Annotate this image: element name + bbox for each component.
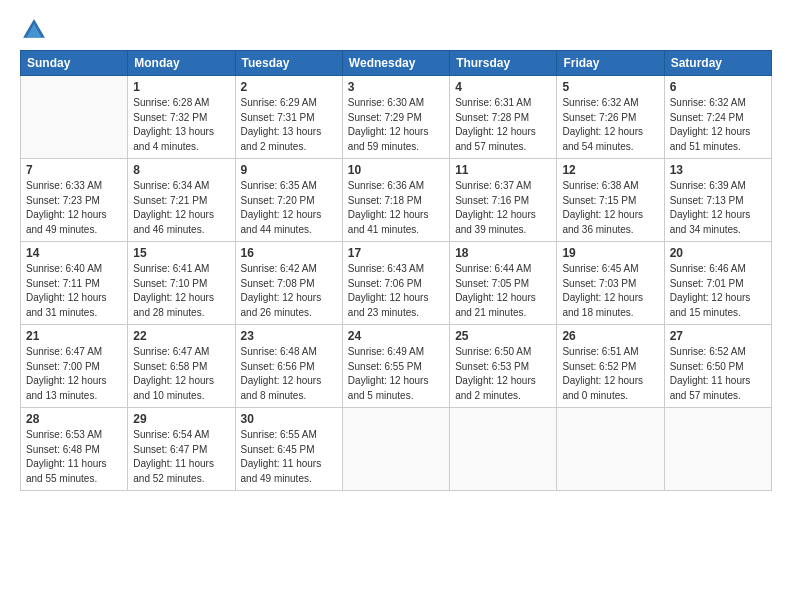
day-number: 11 xyxy=(455,163,551,177)
header xyxy=(20,16,772,44)
calendar-cell: 21Sunrise: 6:47 AM Sunset: 7:00 PM Dayli… xyxy=(21,325,128,408)
weekday-header-row: SundayMondayTuesdayWednesdayThursdayFrid… xyxy=(21,51,772,76)
calendar-cell: 16Sunrise: 6:42 AM Sunset: 7:08 PM Dayli… xyxy=(235,242,342,325)
day-number: 20 xyxy=(670,246,766,260)
weekday-header-saturday: Saturday xyxy=(664,51,771,76)
calendar-cell: 10Sunrise: 6:36 AM Sunset: 7:18 PM Dayli… xyxy=(342,159,449,242)
day-number: 28 xyxy=(26,412,122,426)
day-info: Sunrise: 6:36 AM Sunset: 7:18 PM Dayligh… xyxy=(348,179,444,237)
day-number: 7 xyxy=(26,163,122,177)
day-info: Sunrise: 6:32 AM Sunset: 7:26 PM Dayligh… xyxy=(562,96,658,154)
day-number: 26 xyxy=(562,329,658,343)
calendar-cell: 15Sunrise: 6:41 AM Sunset: 7:10 PM Dayli… xyxy=(128,242,235,325)
day-info: Sunrise: 6:52 AM Sunset: 6:50 PM Dayligh… xyxy=(670,345,766,403)
day-number: 29 xyxy=(133,412,229,426)
calendar-cell: 29Sunrise: 6:54 AM Sunset: 6:47 PM Dayli… xyxy=(128,408,235,491)
calendar-cell: 7Sunrise: 6:33 AM Sunset: 7:23 PM Daylig… xyxy=(21,159,128,242)
day-info: Sunrise: 6:41 AM Sunset: 7:10 PM Dayligh… xyxy=(133,262,229,320)
week-row-4: 28Sunrise: 6:53 AM Sunset: 6:48 PM Dayli… xyxy=(21,408,772,491)
week-row-3: 21Sunrise: 6:47 AM Sunset: 7:00 PM Dayli… xyxy=(21,325,772,408)
day-info: Sunrise: 6:33 AM Sunset: 7:23 PM Dayligh… xyxy=(26,179,122,237)
day-number: 19 xyxy=(562,246,658,260)
day-info: Sunrise: 6:55 AM Sunset: 6:45 PM Dayligh… xyxy=(241,428,337,486)
calendar-cell xyxy=(664,408,771,491)
calendar-cell xyxy=(342,408,449,491)
day-info: Sunrise: 6:39 AM Sunset: 7:13 PM Dayligh… xyxy=(670,179,766,237)
day-info: Sunrise: 6:37 AM Sunset: 7:16 PM Dayligh… xyxy=(455,179,551,237)
day-number: 18 xyxy=(455,246,551,260)
day-number: 9 xyxy=(241,163,337,177)
day-number: 24 xyxy=(348,329,444,343)
day-number: 14 xyxy=(26,246,122,260)
calendar-cell: 27Sunrise: 6:52 AM Sunset: 6:50 PM Dayli… xyxy=(664,325,771,408)
calendar-cell: 8Sunrise: 6:34 AM Sunset: 7:21 PM Daylig… xyxy=(128,159,235,242)
calendar-table: SundayMondayTuesdayWednesdayThursdayFrid… xyxy=(20,50,772,491)
day-number: 3 xyxy=(348,80,444,94)
calendar-cell: 26Sunrise: 6:51 AM Sunset: 6:52 PM Dayli… xyxy=(557,325,664,408)
day-info: Sunrise: 6:35 AM Sunset: 7:20 PM Dayligh… xyxy=(241,179,337,237)
calendar-cell: 4Sunrise: 6:31 AM Sunset: 7:28 PM Daylig… xyxy=(450,76,557,159)
calendar-cell: 28Sunrise: 6:53 AM Sunset: 6:48 PM Dayli… xyxy=(21,408,128,491)
day-info: Sunrise: 6:34 AM Sunset: 7:21 PM Dayligh… xyxy=(133,179,229,237)
day-info: Sunrise: 6:54 AM Sunset: 6:47 PM Dayligh… xyxy=(133,428,229,486)
weekday-header-sunday: Sunday xyxy=(21,51,128,76)
calendar-cell: 12Sunrise: 6:38 AM Sunset: 7:15 PM Dayli… xyxy=(557,159,664,242)
day-info: Sunrise: 6:47 AM Sunset: 7:00 PM Dayligh… xyxy=(26,345,122,403)
calendar-cell: 2Sunrise: 6:29 AM Sunset: 7:31 PM Daylig… xyxy=(235,76,342,159)
day-info: Sunrise: 6:53 AM Sunset: 6:48 PM Dayligh… xyxy=(26,428,122,486)
calendar-cell: 1Sunrise: 6:28 AM Sunset: 7:32 PM Daylig… xyxy=(128,76,235,159)
day-info: Sunrise: 6:45 AM Sunset: 7:03 PM Dayligh… xyxy=(562,262,658,320)
calendar-cell: 13Sunrise: 6:39 AM Sunset: 7:13 PM Dayli… xyxy=(664,159,771,242)
day-info: Sunrise: 6:50 AM Sunset: 6:53 PM Dayligh… xyxy=(455,345,551,403)
calendar-cell: 22Sunrise: 6:47 AM Sunset: 6:58 PM Dayli… xyxy=(128,325,235,408)
week-row-1: 7Sunrise: 6:33 AM Sunset: 7:23 PM Daylig… xyxy=(21,159,772,242)
logo xyxy=(20,16,52,44)
day-info: Sunrise: 6:46 AM Sunset: 7:01 PM Dayligh… xyxy=(670,262,766,320)
calendar-cell xyxy=(450,408,557,491)
calendar-cell xyxy=(557,408,664,491)
day-number: 6 xyxy=(670,80,766,94)
day-info: Sunrise: 6:29 AM Sunset: 7:31 PM Dayligh… xyxy=(241,96,337,154)
day-info: Sunrise: 6:44 AM Sunset: 7:05 PM Dayligh… xyxy=(455,262,551,320)
calendar-cell: 25Sunrise: 6:50 AM Sunset: 6:53 PM Dayli… xyxy=(450,325,557,408)
day-number: 23 xyxy=(241,329,337,343)
calendar-cell: 30Sunrise: 6:55 AM Sunset: 6:45 PM Dayli… xyxy=(235,408,342,491)
day-info: Sunrise: 6:38 AM Sunset: 7:15 PM Dayligh… xyxy=(562,179,658,237)
calendar-cell: 3Sunrise: 6:30 AM Sunset: 7:29 PM Daylig… xyxy=(342,76,449,159)
calendar-cell: 6Sunrise: 6:32 AM Sunset: 7:24 PM Daylig… xyxy=(664,76,771,159)
day-info: Sunrise: 6:47 AM Sunset: 6:58 PM Dayligh… xyxy=(133,345,229,403)
day-number: 12 xyxy=(562,163,658,177)
day-info: Sunrise: 6:51 AM Sunset: 6:52 PM Dayligh… xyxy=(562,345,658,403)
weekday-header-friday: Friday xyxy=(557,51,664,76)
day-info: Sunrise: 6:48 AM Sunset: 6:56 PM Dayligh… xyxy=(241,345,337,403)
day-info: Sunrise: 6:40 AM Sunset: 7:11 PM Dayligh… xyxy=(26,262,122,320)
day-info: Sunrise: 6:32 AM Sunset: 7:24 PM Dayligh… xyxy=(670,96,766,154)
day-info: Sunrise: 6:28 AM Sunset: 7:32 PM Dayligh… xyxy=(133,96,229,154)
day-info: Sunrise: 6:49 AM Sunset: 6:55 PM Dayligh… xyxy=(348,345,444,403)
weekday-header-tuesday: Tuesday xyxy=(235,51,342,76)
weekday-header-thursday: Thursday xyxy=(450,51,557,76)
day-number: 30 xyxy=(241,412,337,426)
calendar-cell: 19Sunrise: 6:45 AM Sunset: 7:03 PM Dayli… xyxy=(557,242,664,325)
day-number: 8 xyxy=(133,163,229,177)
calendar-cell: 24Sunrise: 6:49 AM Sunset: 6:55 PM Dayli… xyxy=(342,325,449,408)
day-number: 1 xyxy=(133,80,229,94)
week-row-2: 14Sunrise: 6:40 AM Sunset: 7:11 PM Dayli… xyxy=(21,242,772,325)
weekday-header-wednesday: Wednesday xyxy=(342,51,449,76)
day-info: Sunrise: 6:43 AM Sunset: 7:06 PM Dayligh… xyxy=(348,262,444,320)
day-info: Sunrise: 6:30 AM Sunset: 7:29 PM Dayligh… xyxy=(348,96,444,154)
day-number: 17 xyxy=(348,246,444,260)
logo-icon xyxy=(20,16,48,44)
day-info: Sunrise: 6:31 AM Sunset: 7:28 PM Dayligh… xyxy=(455,96,551,154)
calendar-cell: 14Sunrise: 6:40 AM Sunset: 7:11 PM Dayli… xyxy=(21,242,128,325)
calendar-cell: 5Sunrise: 6:32 AM Sunset: 7:26 PM Daylig… xyxy=(557,76,664,159)
calendar-cell: 9Sunrise: 6:35 AM Sunset: 7:20 PM Daylig… xyxy=(235,159,342,242)
calendar-cell: 18Sunrise: 6:44 AM Sunset: 7:05 PM Dayli… xyxy=(450,242,557,325)
day-number: 15 xyxy=(133,246,229,260)
calendar-cell: 11Sunrise: 6:37 AM Sunset: 7:16 PM Dayli… xyxy=(450,159,557,242)
day-number: 21 xyxy=(26,329,122,343)
page: SundayMondayTuesdayWednesdayThursdayFrid… xyxy=(0,0,792,612)
weekday-header-monday: Monday xyxy=(128,51,235,76)
day-number: 25 xyxy=(455,329,551,343)
calendar-cell: 23Sunrise: 6:48 AM Sunset: 6:56 PM Dayli… xyxy=(235,325,342,408)
